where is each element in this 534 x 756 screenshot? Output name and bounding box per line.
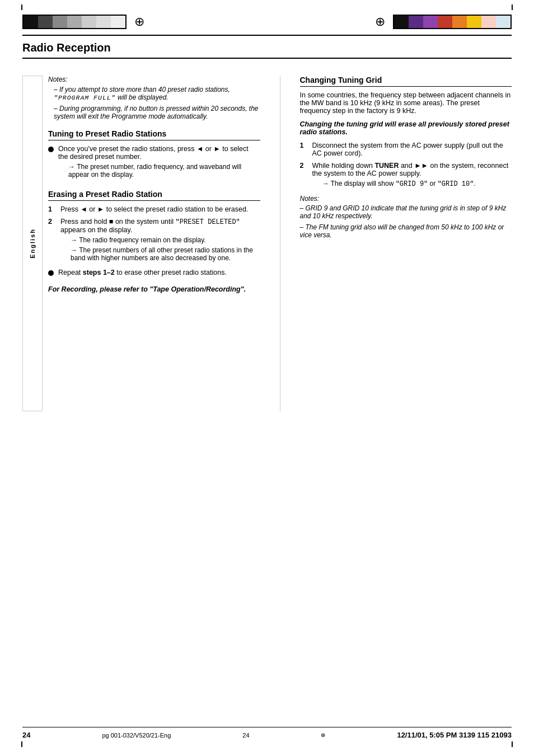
footer-left: pg 001-032/V520/21-Eng bbox=[102, 732, 171, 739]
erase-step-1: 1 Press ◄ or ► to select the preset radi… bbox=[48, 205, 260, 213]
erase-arrow-1: The radio frequency remain on the displa… bbox=[60, 236, 260, 244]
tuner-bold: TUNER bbox=[374, 162, 399, 170]
compass-left-icon: ⊕ bbox=[134, 15, 144, 29]
grid-note-2: The FM tuning grid also will be changed … bbox=[300, 223, 512, 239]
section-erasing-heading: Erasing a Preset Radio Station bbox=[48, 190, 260, 201]
section-grid: Changing Tuning Grid In some countries, … bbox=[300, 76, 512, 239]
compass-right-icon: ⊕ bbox=[375, 15, 385, 29]
tuning-bullet-1-text: Once you've preset the radio stations, p… bbox=[58, 145, 260, 181]
erase-repeat-text: Repeat steps 1–2 to erase other preset r… bbox=[58, 269, 260, 276]
grid-step-num-1: 1 bbox=[300, 142, 308, 157]
bullet-dot-2 bbox=[48, 270, 54, 276]
grid-notes-label: Notes: bbox=[300, 195, 512, 203]
grid-intro: In some countries, the frequency step be… bbox=[300, 91, 512, 115]
notes-block: Notes: If you attempt to store more than… bbox=[48, 76, 260, 120]
grid-step-2: 2 While holding down TUNER and ►► on the… bbox=[300, 162, 512, 190]
section-tuning: Tuning to Preset Radio Stations Once you… bbox=[48, 129, 260, 181]
tuning-bullet-1: Once you've preset the radio stations, p… bbox=[48, 145, 260, 181]
steps-bold: steps 1–2 bbox=[83, 269, 115, 276]
footer-right: 12/11/01, 5:05 PM 3139 115 21093 bbox=[397, 731, 512, 739]
grid-step-num-2: 2 bbox=[300, 162, 308, 190]
recording-note: For Recording, please refer to "Tape Ope… bbox=[48, 285, 260, 293]
step-num-2: 2 bbox=[48, 218, 56, 264]
top-decoration: ⊕ ⊕ bbox=[0, 10, 534, 29]
grid-step-1-text: Disconnect the system from the AC power … bbox=[312, 142, 512, 157]
page-title: Radio Reception bbox=[22, 41, 512, 59]
left-column: Notes: If you attempt to store more than… bbox=[48, 76, 266, 411]
column-divider bbox=[280, 76, 280, 411]
bullet-dot bbox=[48, 147, 54, 152]
grid-warning: Changing the tuning grid will erase all … bbox=[300, 120, 512, 136]
step-num-1: 1 bbox=[48, 205, 56, 213]
right-color-bars: ⊕ bbox=[375, 15, 512, 29]
erase-step-2-text: Press and hold ■ on the system until "PR… bbox=[60, 218, 260, 264]
page-number: 24 bbox=[22, 731, 30, 739]
section-erasing: Erasing a Preset Radio Station 1 Press ◄… bbox=[48, 190, 260, 293]
note-item-1: If you attempt to store more than 40 pre… bbox=[48, 86, 260, 101]
erase-step-1-text: Press ◄ or ► to select the preset radio … bbox=[60, 205, 260, 213]
language-sidebar: English bbox=[22, 76, 43, 411]
left-color-bars: ⊕ bbox=[22, 15, 144, 29]
erase-bullet-repeat: Repeat steps 1–2 to erase other preset r… bbox=[48, 269, 260, 276]
language-label: English bbox=[29, 228, 36, 259]
main-content: Notes: If you attempt to store more than… bbox=[48, 76, 512, 411]
grid-note-1: GRID 9 and GRID 10 indicate that the tun… bbox=[300, 204, 512, 220]
section-tuning-heading: Tuning to Preset Radio Stations bbox=[48, 129, 260, 140]
section-grid-heading: Changing Tuning Grid bbox=[300, 76, 512, 87]
page-footer: 24 pg 001-032/V520/21-Eng 24 ⊕ 12/11/01,… bbox=[22, 727, 512, 739]
tuning-arrow-1: The preset number, radio frequency, and … bbox=[58, 163, 260, 179]
grid-arrow-1: The display will show "GRID 9" or "GRID … bbox=[312, 180, 512, 188]
erase-step-2: 2 Press and hold ■ on the system until "… bbox=[48, 218, 260, 264]
grid-step-2-text: While holding down TUNER and ►► on the s… bbox=[312, 162, 512, 190]
compass-bottom-left: ⊕ bbox=[321, 732, 325, 738]
page-content: English Notes: If you attempt to store m… bbox=[0, 69, 534, 411]
footer-center: 24 bbox=[242, 732, 249, 739]
erase-arrow-2: The preset numbers of all other preset r… bbox=[60, 246, 260, 262]
note-item-2: During programming, if no button is pres… bbox=[48, 105, 260, 120]
right-column: Changing Tuning Grid In some countries, … bbox=[294, 76, 512, 411]
grid-step-1: 1 Disconnect the system from the AC powe… bbox=[300, 142, 512, 157]
notes-label: Notes: bbox=[48, 76, 260, 83]
